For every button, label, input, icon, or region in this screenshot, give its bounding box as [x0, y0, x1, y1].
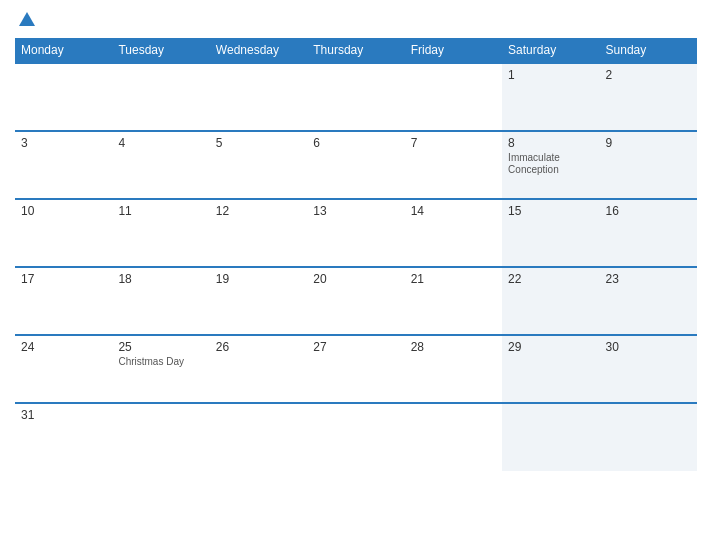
day-number: 16 — [606, 204, 691, 218]
calendar-day-cell: 3 — [15, 131, 112, 199]
day-number: 4 — [118, 136, 203, 150]
calendar-day-cell: 14 — [405, 199, 502, 267]
day-header-sunday: Sunday — [600, 38, 697, 63]
day-number: 28 — [411, 340, 496, 354]
day-number: 21 — [411, 272, 496, 286]
calendar-day-cell: 31 — [15, 403, 112, 471]
day-number: 3 — [21, 136, 106, 150]
logo-icon — [17, 10, 37, 30]
calendar-day-cell: 16 — [600, 199, 697, 267]
calendar-day-cell: 20 — [307, 267, 404, 335]
calendar-day-cell: 15 — [502, 199, 599, 267]
calendar-day-cell: 10 — [15, 199, 112, 267]
day-number: 24 — [21, 340, 106, 354]
calendar-day-cell: 26 — [210, 335, 307, 403]
day-number: 18 — [118, 272, 203, 286]
day-header-friday: Friday — [405, 38, 502, 63]
day-header-tuesday: Tuesday — [112, 38, 209, 63]
calendar-day-cell: 17 — [15, 267, 112, 335]
calendar-day-cell: 27 — [307, 335, 404, 403]
day-number: 6 — [313, 136, 398, 150]
calendar-day-cell: 11 — [112, 199, 209, 267]
day-number: 25 — [118, 340, 203, 354]
day-number: 2 — [606, 68, 691, 82]
calendar-day-cell: 5 — [210, 131, 307, 199]
calendar-day-cell: 18 — [112, 267, 209, 335]
calendar-table: MondayTuesdayWednesdayThursdayFridaySatu… — [15, 38, 697, 471]
day-number: 22 — [508, 272, 593, 286]
calendar-day-cell — [112, 63, 209, 131]
day-number: 5 — [216, 136, 301, 150]
calendar-day-cell — [112, 403, 209, 471]
day-number: 17 — [21, 272, 106, 286]
calendar-day-cell: 29 — [502, 335, 599, 403]
calendar-day-cell — [502, 403, 599, 471]
calendar-body: 12345678Immaculate Conception91011121314… — [15, 63, 697, 471]
logo — [15, 10, 39, 30]
day-number: 9 — [606, 136, 691, 150]
calendar-day-cell — [15, 63, 112, 131]
day-number: 30 — [606, 340, 691, 354]
day-number: 7 — [411, 136, 496, 150]
calendar-day-cell: 1 — [502, 63, 599, 131]
day-number: 29 — [508, 340, 593, 354]
calendar-week-row: 345678Immaculate Conception9 — [15, 131, 697, 199]
day-number: 20 — [313, 272, 398, 286]
calendar-day-cell: 9 — [600, 131, 697, 199]
calendar-day-cell — [600, 403, 697, 471]
calendar-day-cell: 13 — [307, 199, 404, 267]
day-number: 10 — [21, 204, 106, 218]
calendar-day-cell: 25Christmas Day — [112, 335, 209, 403]
calendar-day-cell: 19 — [210, 267, 307, 335]
calendar-day-cell: 8Immaculate Conception — [502, 131, 599, 199]
day-header-monday: Monday — [15, 38, 112, 63]
day-number: 13 — [313, 204, 398, 218]
day-header-wednesday: Wednesday — [210, 38, 307, 63]
day-number: 15 — [508, 204, 593, 218]
day-number: 11 — [118, 204, 203, 218]
day-number: 8 — [508, 136, 593, 150]
calendar-container: MondayTuesdayWednesdayThursdayFridaySatu… — [0, 0, 712, 550]
calendar-week-row: 2425Christmas Day2627282930 — [15, 335, 697, 403]
calendar-day-cell: 24 — [15, 335, 112, 403]
calendar-day-cell: 30 — [600, 335, 697, 403]
holiday-label: Immaculate Conception — [508, 152, 593, 176]
calendar-day-cell: 23 — [600, 267, 697, 335]
calendar-day-cell: 4 — [112, 131, 209, 199]
day-number: 14 — [411, 204, 496, 218]
day-number: 26 — [216, 340, 301, 354]
day-number: 31 — [21, 408, 106, 422]
calendar-day-cell: 6 — [307, 131, 404, 199]
calendar-week-row: 12 — [15, 63, 697, 131]
day-number: 27 — [313, 340, 398, 354]
calendar-day-cell: 22 — [502, 267, 599, 335]
calendar-day-cell — [210, 403, 307, 471]
svg-marker-0 — [19, 12, 35, 26]
calendar-week-row: 31 — [15, 403, 697, 471]
calendar-day-cell: 12 — [210, 199, 307, 267]
calendar-day-cell — [405, 403, 502, 471]
day-number: 19 — [216, 272, 301, 286]
calendar-day-cell — [405, 63, 502, 131]
calendar-day-cell: 21 — [405, 267, 502, 335]
calendar-header — [15, 10, 697, 30]
calendar-day-cell: 7 — [405, 131, 502, 199]
day-number: 1 — [508, 68, 593, 82]
day-header-thursday: Thursday — [307, 38, 404, 63]
calendar-day-cell — [210, 63, 307, 131]
day-number: 12 — [216, 204, 301, 218]
calendar-header-row: MondayTuesdayWednesdayThursdayFridaySatu… — [15, 38, 697, 63]
calendar-day-cell — [307, 403, 404, 471]
day-header-saturday: Saturday — [502, 38, 599, 63]
calendar-day-cell: 2 — [600, 63, 697, 131]
calendar-day-cell: 28 — [405, 335, 502, 403]
calendar-week-row: 17181920212223 — [15, 267, 697, 335]
calendar-day-cell — [307, 63, 404, 131]
calendar-week-row: 10111213141516 — [15, 199, 697, 267]
holiday-label: Christmas Day — [118, 356, 203, 368]
day-number: 23 — [606, 272, 691, 286]
